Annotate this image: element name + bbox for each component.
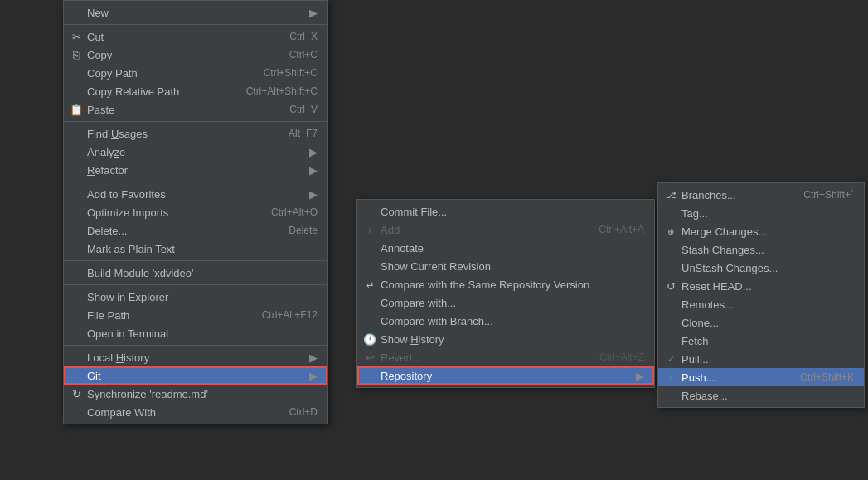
menu-item-cut-label: Cut [87, 31, 273, 43]
menu-item-build-module[interactable]: Build Module 'xdvideo' [64, 264, 327, 282]
menu-item-add-to-favorites-label: Add to Favorites [87, 188, 303, 201]
menu-item-new[interactable]: New ▶ [64, 3, 327, 22]
menu-item-show-current-revision[interactable]: Show Current Revision [357, 257, 654, 275]
menu-item-pull[interactable]: ✓ Pull... [658, 350, 864, 368]
menu-item-analyze[interactable]: Analyze ▶ [64, 143, 327, 161]
menu-item-local-history-label: Local History [87, 352, 303, 364]
menu-item-clone-label: Clone... [681, 317, 854, 329]
menu-item-add[interactable]: + Add Ctrl+Alt+A [357, 221, 654, 239]
menu-item-open-terminal-label: Open in Terminal [87, 327, 318, 340]
menu-item-show-history-label: Show History [381, 333, 644, 346]
compare-with-shortcut: Ctrl+D [289, 406, 318, 418]
menu-item-add-to-favorites[interactable]: Add to Favorites ▶ [64, 185, 327, 203]
arrow-icon: ▶ [309, 164, 318, 177]
menu-item-mark-plain-text[interactable]: Mark as Plain Text [64, 240, 327, 258]
main-context-menu: New ▶ ✂ Cut Ctrl+X ⎘ Copy Ctrl+C Copy Pa… [63, 0, 328, 424]
menu-item-reset-head-label: Reset HEAD... [681, 280, 854, 293]
menu-item-revert[interactable]: ↩ Revert... Ctrl+Alt+Z [357, 348, 654, 366]
menu-item-clone[interactable]: Clone... [658, 313, 864, 332]
menu-item-stash-changes[interactable]: Stash Changes... [658, 240, 864, 259]
menu-item-show-current-revision-label: Show Current Revision [381, 260, 644, 273]
menu-item-compare-branch-label: Compare with Branch... [381, 315, 644, 327]
menu-item-copy-path[interactable]: Copy Path Ctrl+Shift+C [64, 64, 327, 82]
menu-item-compare-with[interactable]: Compare With Ctrl+D [64, 403, 327, 421]
copy-icon: ⎘ [69, 49, 84, 61]
file-tree-bg [0, 0, 63, 480]
menu-item-branches-label: Branches... [681, 189, 787, 201]
menu-item-annotate[interactable]: Annotate [357, 239, 654, 257]
menu-item-show-explorer-label: Show in Explorer [87, 291, 318, 303]
menu-item-compare-with-git[interactable]: Compare with... [357, 293, 654, 312]
menu-item-cut[interactable]: ✂ Cut Ctrl+X [64, 27, 327, 46]
separator [64, 182, 327, 182]
menu-item-delete-label: Delete... [87, 225, 272, 237]
separator [64, 260, 327, 261]
menu-item-annotate-label: Annotate [381, 242, 644, 255]
push-icon: ↑ [663, 373, 678, 382]
menu-item-copy[interactable]: ⎘ Copy Ctrl+C [64, 46, 327, 64]
menu-item-fetch-label: Fetch [681, 335, 854, 347]
menu-item-reset-head[interactable]: ↺ Reset HEAD... [658, 277, 864, 295]
menu-item-compare-same-repo[interactable]: ⇄ Compare with the Same Repository Versi… [357, 275, 654, 293]
menu-item-copy-label: Copy [87, 49, 273, 61]
menu-item-repository[interactable]: Repository ▶ [357, 366, 654, 385]
arrow-icon: ▶ [309, 146, 318, 158]
arrow-icon: ▶ [309, 352, 318, 364]
delete-shortcut: Delete [289, 225, 318, 236]
menu-item-branches[interactable]: ⎇ Branches... Ctrl+Shift+` [658, 186, 864, 204]
copy-path-shortcut: Ctrl+Shift+C [264, 67, 318, 79]
menu-item-optimize-imports[interactable]: Optimize Imports Ctrl+Alt+O [64, 203, 327, 221]
arrow-icon: ▶ [309, 188, 318, 201]
menu-item-remotes[interactable]: Remotes... [658, 295, 864, 313]
branches-shortcut: Ctrl+Shift+` [803, 189, 854, 201]
menu-item-rebase-label: Rebase... [681, 390, 854, 402]
menu-item-show-explorer[interactable]: Show in Explorer [64, 288, 327, 306]
menu-item-push-label: Push... [681, 371, 783, 384]
separator [64, 24, 327, 25]
menu-item-build-module-label: Build Module 'xdvideo' [87, 267, 318, 279]
menu-item-repository-label: Repository [381, 370, 629, 382]
menu-item-compare-branch[interactable]: Compare with Branch... [357, 312, 654, 330]
add-icon: + [362, 224, 377, 236]
menu-item-find-usages-label: Find Usages [87, 128, 272, 140]
menu-item-paste[interactable]: 📋 Paste Ctrl+V [64, 100, 327, 119]
menu-item-remotes-label: Remotes... [681, 298, 854, 311]
menu-item-refactor-label: Refactor [87, 164, 303, 177]
menu-item-synchronize[interactable]: ↻ Synchronize 'readme.md' [64, 385, 327, 403]
revert-icon: ↩ [362, 352, 377, 364]
menu-item-local-history[interactable]: Local History ▶ [64, 348, 327, 366]
menu-item-show-history[interactable]: 🕐 Show History [357, 330, 654, 348]
menu-item-compare-with-label: Compare With [87, 406, 273, 419]
optimize-imports-shortcut: Ctrl+Alt+O [271, 206, 318, 218]
merge-icon: ⊕ [663, 227, 678, 236]
menu-item-rebase[interactable]: Rebase... [658, 386, 864, 405]
menu-item-delete[interactable]: Delete... Delete [64, 221, 327, 240]
menu-item-stash-changes-label: Stash Changes... [681, 244, 854, 256]
menu-item-commit-file[interactable]: Commit File... [357, 202, 654, 221]
menu-item-copy-relative-path[interactable]: Copy Relative Path Ctrl+Alt+Shift+C [64, 82, 327, 100]
paste-icon: 📋 [69, 104, 84, 116]
menu-item-optimize-imports-label: Optimize Imports [87, 206, 255, 219]
menu-item-find-usages[interactable]: Find Usages Alt+F7 [64, 124, 327, 143]
arrow-icon: ▶ [636, 370, 644, 382]
history-icon: 🕐 [362, 333, 377, 346]
menu-item-new-label: New [87, 7, 303, 19]
menu-item-unstash-changes[interactable]: UnStash Changes... [658, 259, 864, 277]
menu-item-compare-with-git-label: Compare with... [381, 297, 644, 309]
menu-item-refactor[interactable]: Refactor ▶ [64, 161, 327, 179]
menu-item-compare-same-repo-label: Compare with the Same Repository Version [381, 279, 644, 291]
arrow-icon: ▶ [309, 7, 318, 19]
menu-item-git[interactable]: Git ▶ [64, 366, 327, 385]
menu-item-fetch[interactable]: Fetch [658, 332, 864, 350]
menu-item-push[interactable]: ↑ Push... Ctrl+Shift+K [658, 368, 864, 386]
compare-icon: ⇄ [362, 280, 377, 289]
menu-item-merge-changes[interactable]: ⊕ Merge Changes... [658, 222, 864, 240]
menu-item-tag-label: Tag... [681, 207, 854, 220]
menu-item-open-terminal[interactable]: Open in Terminal [64, 324, 327, 342]
file-path-shortcut: Ctrl+Alt+F12 [262, 309, 318, 321]
menu-item-mark-plain-text-label: Mark as Plain Text [87, 243, 318, 255]
menu-item-file-path[interactable]: File Path Ctrl+Alt+F12 [64, 306, 327, 324]
menu-item-copy-relative-path-label: Copy Relative Path [87, 85, 230, 98]
git-submenu: Commit File... + Add Ctrl+Alt+A Annotate… [356, 199, 655, 388]
menu-item-tag[interactable]: Tag... [658, 204, 864, 222]
